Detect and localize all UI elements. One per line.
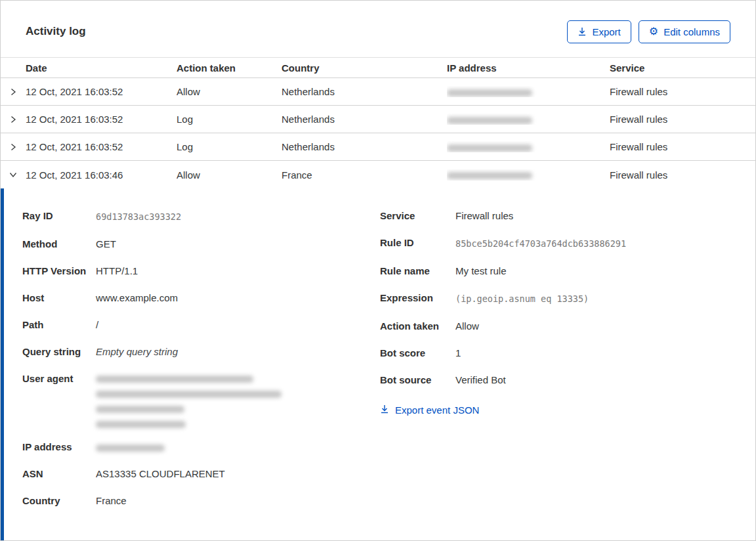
country-value: France (96, 493, 127, 509)
detail-row-ray-id: Ray ID 69d13783ac393322 (22, 208, 380, 225)
rule-name-value: My test rule (455, 263, 507, 279)
detail-row-asn: ASN AS13335 CLOUDFLARENET (22, 466, 380, 482)
row-country: Netherlands (282, 141, 447, 152)
row-ip-redacted (447, 141, 610, 152)
column-header-date: Date (26, 62, 177, 74)
row-service: Firewall rules (610, 141, 755, 152)
detail-row-host: Host www.example.com (22, 290, 380, 306)
edit-columns-button-label: Edit columns (663, 26, 720, 37)
detail-row-rule-name: Rule name My test rule (380, 263, 755, 279)
expand-chevron-right-icon[interactable] (1, 87, 26, 97)
bot-source-value: Verified Bot (455, 372, 506, 388)
table-row[interactable]: 12 Oct, 2021 16:03:52 Log Netherlands Fi… (1, 106, 755, 133)
detail-row-expression: Expression (ip.geoip.asnum eq 13335) (380, 290, 755, 307)
row-service: Firewall rules (610, 86, 755, 97)
edit-columns-button[interactable]: ⚙ Edit columns (639, 20, 730, 43)
row-country: France (282, 169, 447, 181)
row-date: 12 Oct, 2021 16:03:52 (26, 141, 177, 152)
gear-icon: ⚙ (649, 26, 658, 37)
detail-row-bot-score: Bot score 1 (380, 345, 755, 361)
detail-row-path: Path / (22, 317, 380, 333)
ray-id-value: 69d13783ac393322 (96, 208, 181, 225)
download-icon (380, 404, 389, 416)
detail-left-column: Ray ID 69d13783ac393322 Method GET HTTP … (22, 208, 380, 540)
detail-row-country: Country France (22, 493, 380, 509)
download-icon (578, 27, 587, 36)
row-action: Log (177, 114, 282, 125)
export-button[interactable]: Export (567, 20, 631, 43)
row-ip-redacted (447, 169, 610, 181)
table-row[interactable]: 12 Oct, 2021 16:03:52 Log Netherlands Fi… (1, 133, 755, 161)
detail-right-column: Service Firewall rules Rule ID 85bce5b20… (380, 208, 755, 540)
detail-row-bot-source: Bot source Verified Bot (380, 372, 755, 388)
activity-log-table: Date Action taken Country IP address Ser… (1, 57, 755, 540)
collapse-chevron-down-icon[interactable] (1, 170, 26, 179)
host-value: www.example.com (96, 290, 178, 306)
row-service: Firewall rules (610, 169, 755, 181)
service-value: Firewall rules (455, 208, 513, 224)
export-event-json-link[interactable]: Export event JSON (380, 404, 479, 416)
row-action: Allow (177, 169, 282, 181)
asn-value: AS13335 CLOUDFLARENET (96, 466, 225, 482)
page-title: Activity log (26, 25, 86, 38)
export-event-json-label: Export event JSON (395, 404, 479, 416)
table-row[interactable]: 12 Oct, 2021 16:03:52 Allow Netherlands … (1, 78, 755, 106)
bot-score-value: 1 (455, 345, 461, 361)
row-country: Netherlands (282, 86, 447, 97)
detail-row-service: Service Firewall rules (380, 208, 755, 224)
path-value: / (96, 317, 98, 333)
expand-chevron-right-icon[interactable] (1, 142, 26, 152)
column-header-ip-address: IP address (447, 62, 610, 74)
row-date: 12 Oct, 2021 16:03:52 (26, 86, 177, 97)
row-country: Netherlands (282, 114, 447, 125)
column-header-action-taken: Action taken (177, 62, 282, 74)
table-row-expanded[interactable]: 12 Oct, 2021 16:03:46 Allow France Firew… (1, 161, 755, 188)
topbar: Activity log Export ⚙ Edit columns (1, 1, 755, 44)
action-taken-value: Allow (455, 318, 479, 334)
event-detail-panel: Ray ID 69d13783ac393322 Method GET HTTP … (1, 188, 755, 540)
row-ip-redacted (447, 114, 610, 125)
row-action: Allow (177, 86, 282, 97)
detail-row-method: Method GET (22, 236, 380, 252)
ip-address-redacted (96, 439, 165, 455)
detail-row-rule-id: Rule ID 85bce5b204cf4703a764dcb633886291 (380, 235, 755, 252)
expression-value: (ip.geoip.asnum eq 13335) (455, 290, 589, 307)
query-string-value: Empty query string (96, 344, 178, 360)
toolbar: Export ⚙ Edit columns (567, 20, 730, 43)
row-action: Log (177, 141, 282, 152)
row-service: Firewall rules (610, 114, 755, 125)
detail-row-user-agent: User agent (22, 371, 380, 428)
expand-chevron-right-icon[interactable] (1, 115, 26, 124)
row-date: 12 Oct, 2021 16:03:52 (26, 114, 177, 125)
method-value: GET (96, 236, 116, 252)
detail-row-ip-address: IP address (22, 439, 380, 455)
export-button-label: Export (592, 26, 620, 37)
detail-row-action-taken: Action taken Allow (380, 318, 755, 334)
row-ip-redacted (447, 86, 610, 97)
table-header-row: Date Action taken Country IP address Ser… (1, 57, 755, 78)
activity-log-page: Activity log Export ⚙ Edit columns Date … (0, 0, 756, 541)
http-version-value: HTTP/1.1 (96, 263, 138, 279)
row-date: 12 Oct, 2021 16:03:46 (26, 169, 177, 181)
detail-row-http-version: HTTP Version HTTP/1.1 (22, 263, 380, 279)
rule-id-value: 85bce5b204cf4703a764dcb633886291 (455, 235, 627, 252)
detail-row-query-string: Query string Empty query string (22, 344, 380, 360)
user-agent-redacted (96, 371, 282, 428)
column-header-service: Service (610, 62, 755, 74)
column-header-country: Country (282, 62, 447, 74)
